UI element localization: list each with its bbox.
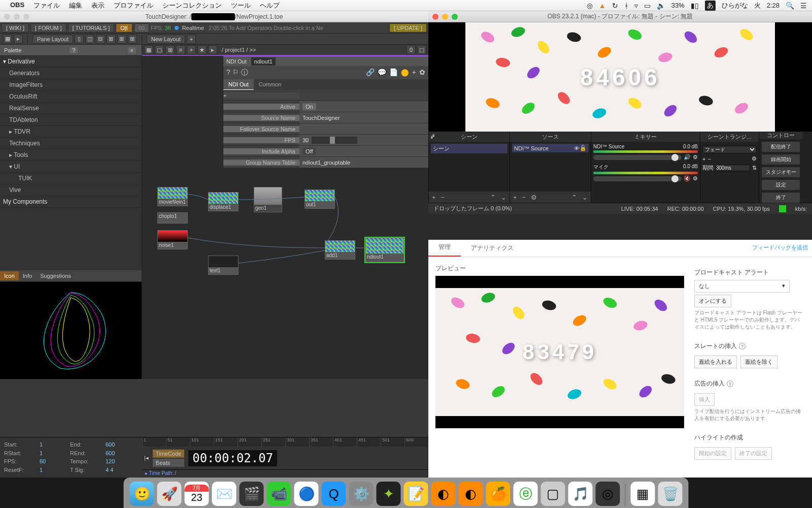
trans-spin-icon[interactable]: ⇅ — [752, 165, 757, 171]
sourcename-field[interactable]: TouchDesigner — [299, 112, 428, 123]
lyt5-icon[interactable]: ⊞ — [117, 35, 126, 44]
wiki-link[interactable]: [ WIKI ] — [2, 23, 29, 33]
tl-start-v[interactable]: 1 — [40, 441, 65, 449]
lyt6-icon[interactable]: ⊞ — [128, 35, 137, 44]
obs-preview[interactable]: 84606 — [428, 22, 812, 132]
highlight-end-button[interactable]: 終了の設定 — [735, 447, 772, 460]
source-item[interactable]: NDI™ Source👁 🔓 — [512, 144, 589, 152]
dock-facetime[interactable]: 📹 — [267, 482, 291, 506]
net-list-icon[interactable]: ≡ — [176, 45, 185, 54]
battery-icon[interactable]: ▮▯ — [691, 2, 699, 10]
alert-on-button[interactable]: オンにする — [694, 295, 731, 307]
operator-name[interactable]: ndiout1 — [251, 57, 276, 66]
param-script-icon[interactable]: 📄 — [389, 68, 398, 77]
palette-tree[interactable]: ▾ Derivative Generators ImageFilters Ocu… — [0, 56, 142, 270]
param-chat-icon[interactable]: 💬 — [378, 68, 386, 77]
tab-suggestions[interactable]: Suggestions — [36, 271, 75, 280]
dock-resolve[interactable]: ✦ — [377, 482, 401, 506]
dock-finder[interactable]: 🙂 — [130, 482, 154, 506]
src-remove-icon[interactable]: − — [522, 194, 526, 201]
timeline-ruler[interactable]: 151101151201251301351401451501600 — [142, 437, 428, 447]
tl-tsig-v[interactable]: 4 4 — [106, 467, 131, 474]
net-icon1[interactable]: 0 — [407, 45, 416, 54]
src-gear-icon[interactable]: ⚙ — [531, 194, 537, 201]
dock-fcpx[interactable]: 🎬 — [240, 482, 264, 506]
menu-file[interactable]: ファイル — [33, 1, 60, 10]
pal-techniques[interactable]: Techniques — [0, 138, 142, 149]
pal-mycomponents[interactable]: My Components — [0, 196, 142, 208]
mix1-mute-icon[interactable]: 🔊 — [684, 154, 691, 161]
volume-icon[interactable]: 🔈 — [657, 2, 665, 10]
scene-add-icon[interactable]: + — [432, 194, 436, 201]
scene-remove-icon[interactable]: − — [441, 194, 445, 201]
menubar-app[interactable]: OBS — [10, 1, 24, 10]
param-python-icon[interactable]: ⬤ — [401, 68, 409, 77]
pal-oculusrift[interactable]: OculusRift — [0, 91, 142, 103]
dock-chrome[interactable]: 🔵 — [294, 482, 319, 506]
dock-calendar[interactable]: 7月23 — [185, 482, 209, 506]
node-out1[interactable]: out1 — [304, 189, 335, 209]
mix2-slider[interactable] — [593, 176, 682, 181]
param-gear-icon[interactable]: ✿ — [419, 68, 425, 77]
node-moviefilein1[interactable]: moviefilein1 — [157, 187, 188, 206]
net-box-icon[interactable]: ▢ — [155, 45, 164, 54]
tab-analytics[interactable]: アナリティクス — [461, 240, 524, 257]
net-play-icon[interactable]: ▸ — [208, 45, 217, 54]
network-editor[interactable]: ▦ ▢ ⊞ ≡ + ★ ▸ / project1 / >> 0 ▢ NDI Ou… — [142, 45, 428, 379]
lyt2-icon[interactable]: ◫ — [85, 35, 94, 44]
ad-insert-button[interactable]: 挿入 — [694, 393, 715, 406]
mix2-mute-icon[interactable]: 🔇 — [684, 175, 691, 182]
settings-button[interactable]: 設定 — [761, 179, 800, 190]
obs-traffic-lights[interactable] — [432, 14, 458, 20]
help-icon2[interactable]: ? — [727, 380, 733, 387]
studio-button[interactable]: スタジオモー — [761, 167, 800, 178]
timecode-button[interactable]: TimeCode — [153, 450, 184, 458]
slate-in-button[interactable]: 蓋絵を入れる — [694, 356, 737, 368]
fps-slider[interactable] — [312, 137, 357, 144]
obs-tray-icon[interactable]: ◎ — [587, 2, 593, 10]
pal-ui[interactable]: ▾ UI — [0, 161, 142, 173]
stream-button[interactable]: 配信終了 — [761, 141, 800, 152]
menu-edit[interactable]: 編集 — [69, 1, 82, 10]
control-center-icon[interactable]: ☰ — [800, 2, 807, 10]
node-ndiout1[interactable]: ndiout1 — [365, 238, 404, 262]
timemachine-icon[interactable]: ↻ — [612, 2, 618, 10]
param-link-icon[interactable]: 🔗 — [366, 68, 375, 77]
node-text1[interactable]: text1 — [208, 256, 239, 275]
tab-icon[interactable]: Icon — [0, 271, 19, 280]
pal-tdableton[interactable]: TDAbleton — [0, 114, 142, 126]
wifi-icon[interactable]: ▿ — [634, 2, 638, 10]
active-toggle[interactable]: On — [302, 103, 316, 110]
airplay-icon[interactable]: ▭ — [644, 2, 651, 10]
dock-quicktime[interactable]: Q — [322, 482, 346, 506]
menu-help[interactable]: ヘルプ — [260, 1, 280, 10]
layout-icon[interactable]: ▦ — [3, 35, 12, 44]
tl-rend-v[interactable]: 600 — [106, 450, 131, 457]
pal-derivative[interactable]: ▾ Derivative — [0, 56, 142, 68]
tl-end-v[interactable]: 600 — [106, 441, 131, 449]
tab-manage[interactable]: 管理 — [428, 239, 461, 257]
node-displace1[interactable]: displace1 — [208, 192, 239, 211]
feedback-link[interactable]: フィードバックを送信 — [752, 244, 808, 251]
menu-scenecollection[interactable]: シーンコレクション — [162, 1, 222, 10]
node-add1[interactable]: add1 — [325, 240, 355, 260]
eye-icon[interactable]: 👁 — [574, 145, 580, 151]
tab-info[interactable]: Info — [19, 271, 36, 280]
lock-icon[interactable]: 🔓 — [580, 145, 587, 151]
trans-add-icon[interactable]: + — [702, 156, 705, 162]
scene-down-icon[interactable]: ⌄ — [501, 194, 506, 201]
exit-button[interactable]: 終了 — [761, 192, 800, 203]
dock-evernote[interactable]: ⓔ — [514, 482, 538, 506]
src-add-icon[interactable]: + — [513, 194, 517, 201]
pal-tools[interactable]: ▸ Tools — [0, 149, 142, 161]
tl-fps-v[interactable]: 60 — [40, 458, 65, 465]
tl-rstart-v[interactable]: 1 — [40, 450, 65, 457]
mix1-slider[interactable] — [593, 155, 682, 160]
power-button[interactable]: O|I — [116, 23, 132, 33]
dock-launchpad[interactable]: 🚀 — [157, 482, 182, 506]
menu-profile[interactable]: プロファイル — [114, 1, 153, 10]
pal-tdvr[interactable]: ▸ TDVR — [0, 126, 142, 138]
src-down-icon[interactable]: ⌄ — [582, 194, 588, 201]
dock-app1[interactable]: ▢ — [541, 482, 565, 506]
bluetooth-icon[interactable]: ᚼ — [624, 2, 628, 10]
